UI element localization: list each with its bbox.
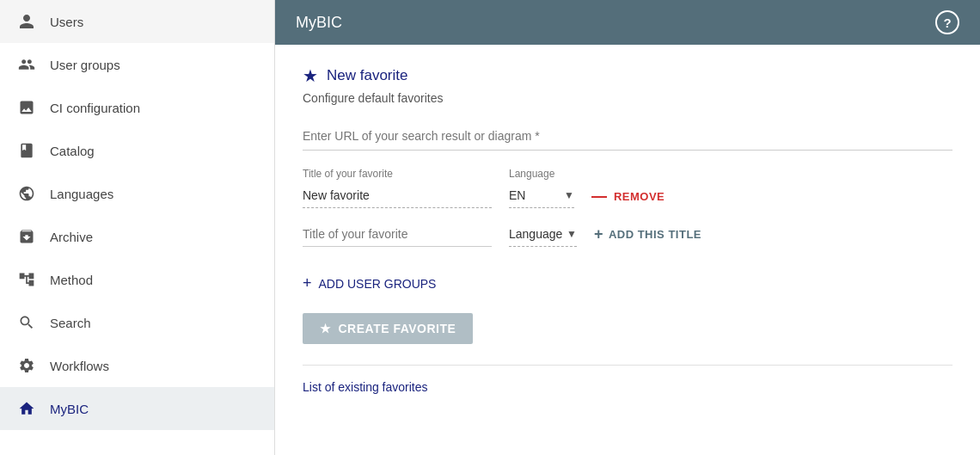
language-field-group-2: Language EN DE ▼	[509, 222, 577, 247]
title-input-1[interactable]	[303, 183, 492, 208]
sidebar-label-catalog: Catalog	[50, 144, 95, 158]
star-btn-icon: ★	[320, 322, 332, 335]
language-field-group-1: Language EN DE FR ▼	[509, 168, 574, 208]
add-title-label: ADD THIS TITLE	[609, 228, 701, 241]
hierarchy-icon	[17, 270, 36, 289]
sidebar: Users User groups CI configuration Catal…	[0, 0, 275, 455]
person-icon	[17, 12, 36, 31]
sidebar-label-search: Search	[50, 316, 91, 330]
title-row-2: Language EN DE ▼ + ADD THIS TITLE	[303, 222, 952, 247]
list-existing-favorites-link[interactable]: List of existing favorites	[303, 380, 428, 394]
url-input[interactable]	[303, 122, 952, 151]
main-content: ★ New favorite Configure default favorit…	[275, 45, 980, 455]
sidebar-item-workflows[interactable]: Workflows	[0, 344, 274, 387]
star-icon: ★	[303, 65, 318, 86]
sidebar-label-workflows: Workflows	[50, 359, 109, 373]
help-icon[interactable]: ?	[935, 10, 959, 34]
title-row-1: Title of your favorite Language EN DE FR…	[303, 168, 952, 208]
remove-label: REMOVE	[614, 190, 665, 203]
chevron-down-icon-2: ▼	[567, 228, 577, 240]
sidebar-item-user-groups[interactable]: User groups	[0, 43, 274, 86]
language-select-inner-2: Language EN DE ▼	[509, 222, 577, 247]
title-label-1: Title of your favorite	[303, 168, 492, 180]
section-title-row: ★ New favorite	[303, 65, 952, 86]
sidebar-label-languages: Languages	[50, 187, 113, 201]
image-icon	[17, 98, 36, 117]
plus-user-groups-icon: +	[303, 274, 312, 292]
language-label-1: Language	[509, 168, 574, 180]
plus-icon: +	[594, 225, 603, 243]
search-icon	[17, 313, 36, 332]
sidebar-item-ci-configuration[interactable]: CI configuration	[0, 86, 274, 129]
add-title-button[interactable]: + ADD THIS TITLE	[594, 225, 701, 243]
main-area: MyBIC ? ★ New favorite Configure default…	[275, 0, 980, 455]
main-header: MyBIC ?	[275, 0, 980, 45]
section-title: New favorite	[327, 67, 407, 84]
language-select-1[interactable]: EN DE FR	[509, 188, 560, 202]
sidebar-item-catalog[interactable]: Catalog	[0, 129, 274, 172]
people-icon	[17, 55, 36, 74]
chevron-down-icon-1: ▼	[564, 189, 574, 201]
sidebar-item-search[interactable]: Search	[0, 301, 274, 344]
globe-icon	[17, 184, 36, 203]
sidebar-item-languages[interactable]: Languages	[0, 172, 274, 215]
title-input-2[interactable]	[303, 222, 492, 247]
sidebar-label-archive: Archive	[50, 230, 93, 244]
archive-icon	[17, 227, 36, 246]
language-select-inner-1: EN DE FR ▼	[509, 183, 574, 208]
home-icon	[17, 399, 36, 418]
sidebar-label-mybic: MyBIC	[50, 402, 89, 416]
sidebar-label-method: Method	[50, 273, 93, 287]
title-field-group-1: Title of your favorite	[303, 168, 492, 208]
remove-line-icon	[591, 196, 607, 198]
section-subtitle: Configure default favorites	[303, 91, 952, 105]
language-select-2[interactable]: Language EN DE	[509, 227, 563, 241]
sidebar-item-mybic[interactable]: MyBIC	[0, 387, 274, 430]
sidebar-label-users: Users	[50, 15, 83, 29]
remove-button[interactable]: REMOVE	[591, 185, 665, 208]
sidebar-label-user-groups: User groups	[50, 58, 120, 72]
book-icon	[17, 141, 36, 160]
create-favorite-label: CREATE FAVORITE	[339, 322, 456, 335]
sidebar-item-archive[interactable]: Archive	[0, 215, 274, 258]
sidebar-item-method[interactable]: Method	[0, 258, 274, 301]
add-user-groups-button[interactable]: + ADD USER GROUPS	[303, 267, 436, 299]
create-favorite-button[interactable]: ★ CREATE FAVORITE	[303, 313, 473, 344]
divider	[303, 365, 952, 366]
sidebar-label-ci-configuration: CI configuration	[50, 101, 140, 115]
sidebar-item-users[interactable]: Users	[0, 0, 274, 43]
gear-icon	[17, 356, 36, 375]
page-title: MyBIC	[296, 14, 342, 32]
add-user-groups-label: ADD USER GROUPS	[319, 277, 437, 291]
